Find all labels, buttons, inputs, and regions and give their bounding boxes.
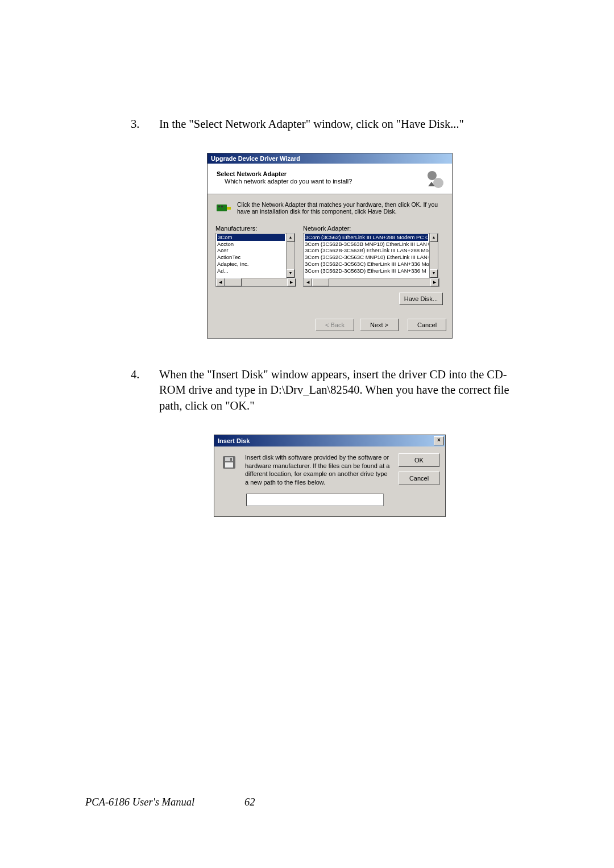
have-disk-button[interactable]: Have Disk... (399, 293, 443, 305)
manufacturers-list[interactable]: 3Com Accton Acer ActionTec Adaptec, Inc.… (215, 233, 295, 278)
network-adapter-icon (215, 201, 233, 216)
list-item[interactable]: Adaptec, Inc. (217, 261, 285, 268)
svg-rect-2 (217, 205, 227, 211)
manual-name: PCA-6186 User's Manual (85, 796, 244, 808)
svg-rect-4 (218, 206, 220, 207)
scroll-down-button[interactable]: ▼ (430, 269, 438, 278)
wizard-icon (425, 169, 445, 190)
list-item[interactable]: 3Com (3C562D-3C563D) EtherLink III LAN+3… (305, 268, 428, 274)
network-adapter-label: Network Adapter: (303, 225, 439, 232)
list-item[interactable]: 3Com (3C562) EtherLink III LAN+288 Modem… (305, 234, 428, 241)
file-path-input[interactable] (246, 494, 384, 506)
page-number: 62 (244, 796, 255, 808)
scrollbar-horizontal[interactable]: ◀ ▶ (303, 278, 439, 287)
scrollbar-vertical[interactable]: ▲ ▼ (429, 233, 438, 278)
step-text: When the "Insert Disk" window appears, i… (159, 367, 529, 414)
scroll-up-button[interactable]: ▲ (287, 233, 294, 242)
list-item[interactable]: 3Com (3C562C-3C563C) EtherLink III LAN+3… (305, 261, 428, 268)
svg-rect-3 (227, 207, 231, 210)
step-text: In the "Select Network Adapter" window, … (159, 116, 529, 132)
scrollbar-vertical[interactable]: ▲ ▼ (286, 233, 294, 278)
list-item[interactable]: 3Com (3C562C-3C563C MNP10) EtherLink III… (305, 254, 428, 261)
step-number: 3. (131, 116, 159, 132)
cancel-button[interactable]: Cancel (408, 319, 446, 331)
svg-point-0 (428, 171, 437, 180)
scrollbar-horizontal[interactable]: ◀ ▶ (215, 278, 296, 287)
close-icon[interactable]: × (434, 436, 444, 445)
manufacturers-label: Manufacturers: (215, 225, 296, 232)
svg-rect-5 (221, 206, 223, 207)
step-3: 3. In the "Select Network Adapter" windo… (131, 116, 529, 132)
floppy-disk-icon (221, 453, 238, 471)
dialog2-title: Insert Disk (218, 437, 250, 444)
scroll-left-button[interactable]: ◀ (304, 278, 312, 286)
scroll-right-button[interactable]: ▶ (287, 278, 296, 286)
dialog-upgrade-driver-wizard: Upgrade Device Driver Wizard Select Netw… (207, 153, 453, 339)
dialog1-instruction: Click the Network Adapter that matches y… (237, 201, 444, 215)
scroll-down-button[interactable]: ▼ (287, 269, 294, 278)
dialog1-title: Upgrade Device Driver Wizard (208, 153, 452, 164)
svg-point-1 (433, 178, 443, 188)
scroll-up-button[interactable]: ▲ (430, 233, 438, 242)
page-footer: PCA-6186 User's Manual 62 (85, 796, 529, 808)
step-4: 4. When the "Insert Disk" window appears… (131, 367, 529, 414)
list-item[interactable]: Accton (217, 241, 285, 248)
dialog-insert-disk: Insert Disk × Insert disk with software … (214, 435, 446, 517)
list-item[interactable]: ActionTec (217, 254, 285, 261)
svg-rect-9 (225, 462, 233, 468)
network-adapter-list[interactable]: 3Com (3C562) EtherLink III LAN+288 Modem… (303, 233, 438, 278)
scroll-thumb[interactable] (225, 278, 242, 286)
scroll-right-button[interactable]: ▶ (430, 278, 439, 286)
scroll-thumb[interactable] (312, 278, 329, 286)
dialog2-message: Insert disk with software provided by th… (245, 453, 392, 487)
cancel-button[interactable]: Cancel (399, 471, 439, 485)
dialog1-header-title: Select Network Adapter (217, 170, 352, 177)
next-button[interactable]: Next > (360, 319, 399, 331)
dialog1-header-sub: Which network adapter do you want to ins… (217, 178, 352, 185)
list-item[interactable]: 3Com (217, 234, 285, 241)
list-item[interactable]: 3Com (3C562B-3C563B MNP10) EtherLink III… (305, 241, 428, 248)
svg-rect-8 (230, 458, 232, 461)
ok-button[interactable]: OK (399, 453, 439, 467)
list-item[interactable]: Acer (217, 247, 285, 254)
back-button[interactable]: < Back (316, 319, 354, 331)
step-number: 4. (131, 367, 159, 383)
list-item[interactable]: Ad... (217, 268, 285, 274)
scroll-left-button[interactable]: ◀ (216, 278, 225, 286)
list-item[interactable]: 3Com (3C562B-3C563B) EtherLink III LAN+2… (305, 247, 428, 254)
